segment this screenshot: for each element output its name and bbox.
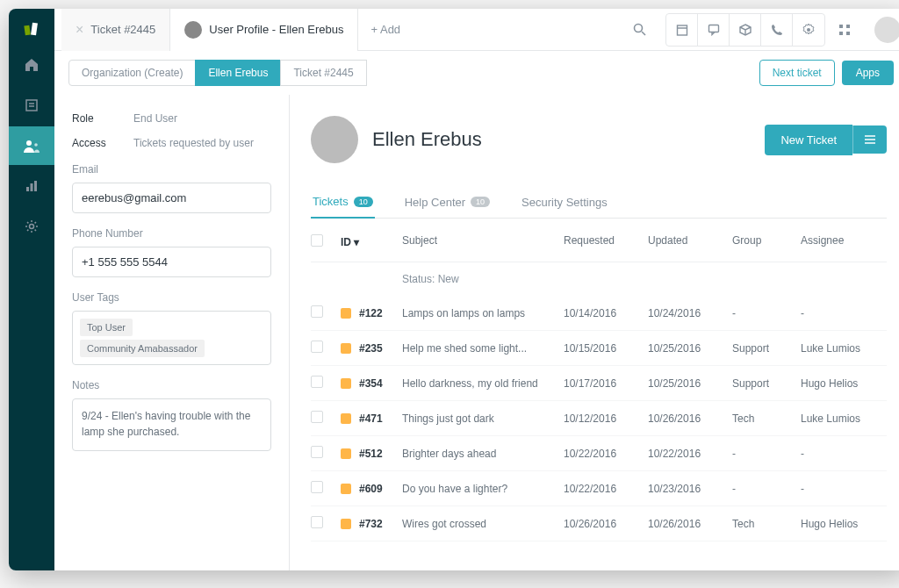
col-group[interactable]: Group (732, 234, 801, 249)
svg-rect-0 (24, 25, 30, 36)
ticket-status-icon (341, 308, 351, 319)
chat-icon[interactable] (698, 14, 730, 46)
ticket-status-icon (341, 343, 351, 354)
ticket-status-icon (341, 448, 351, 459)
col-updated[interactable]: Updated (648, 234, 732, 249)
ticket-group: Tech (732, 412, 801, 425)
phone-field[interactable] (72, 247, 271, 277)
tab-ticket[interactable]: × Ticket #2445 (61, 9, 170, 51)
ticket-group: - (732, 448, 801, 460)
gear-icon[interactable] (793, 14, 824, 46)
col-id[interactable]: ID ▾ (341, 234, 402, 249)
role-value: End User (133, 112, 271, 125)
tab-security[interactable]: Security Settings (520, 186, 609, 218)
nav-home[interactable] (9, 46, 54, 84)
ticket-requested: 10/22/2016 (564, 483, 648, 495)
breadcrumb-user[interactable]: Ellen Erebus (195, 60, 281, 86)
tags-label: User Tags (72, 291, 271, 304)
ticket-subject: Brighter days ahead (402, 448, 564, 460)
ticket-id: #235 (359, 342, 383, 355)
ticket-subject: Hello darkness, my old friend (402, 377, 564, 390)
ticket-updated: 10/26/2016 (648, 518, 732, 530)
ticket-subject: Wires got crossed (402, 518, 564, 530)
current-user-avatar[interactable] (874, 17, 899, 43)
ticket-subject: Do you have a lighter? (402, 483, 564, 495)
nav-reporting[interactable] (9, 167, 54, 205)
select-all-checkbox[interactable] (311, 234, 323, 247)
apps-button[interactable]: Apps (842, 61, 894, 85)
col-subject[interactable]: Subject (402, 234, 564, 249)
notes-field[interactable]: 9/24 - Ellen's having trouble with the l… (72, 398, 271, 451)
ticket-row[interactable]: #732Wires got crossed10/26/201610/26/201… (311, 506, 887, 541)
email-field[interactable] (72, 183, 271, 213)
add-tab-button[interactable]: + Add (358, 23, 413, 36)
status-group-label: Status: New (311, 262, 887, 296)
col-assignee[interactable]: Assignee (801, 234, 887, 249)
ticket-updated: 10/23/2016 (648, 483, 732, 495)
profile-name: Ellen Erebus (372, 128, 482, 151)
breadcrumb-bar: Organization (Create) Ellen Erebus Ticke… (54, 51, 899, 95)
svg-rect-2 (26, 100, 37, 111)
phone-icon[interactable] (761, 14, 793, 46)
new-ticket-menu-button[interactable] (852, 125, 887, 154)
svg-rect-7 (26, 187, 29, 191)
user-tag[interactable]: Top User (80, 319, 133, 336)
ticket-row[interactable]: #512Brighter days ahead10/22/201610/22/2… (311, 436, 887, 471)
svg-point-10 (30, 225, 34, 229)
content-tabs: Tickets 10 Help Center 10 Security Setti… (311, 186, 887, 219)
svg-rect-13 (677, 25, 687, 35)
breadcrumb-ticket[interactable]: Ticket #2445 (280, 60, 366, 86)
close-icon[interactable]: × (76, 23, 83, 37)
access-value: Tickets requested by user (133, 137, 271, 149)
ticket-row[interactable]: #609Do you have a lighter?10/22/201610/2… (311, 471, 887, 506)
profile-avatar (311, 116, 358, 163)
user-tag[interactable]: Community Amabassador (80, 340, 205, 357)
ticket-updated: 10/25/2016 (648, 342, 732, 355)
row-checkbox[interactable] (311, 341, 323, 353)
svg-point-5 (26, 140, 32, 146)
row-checkbox[interactable] (311, 305, 323, 318)
row-checkbox[interactable] (311, 376, 323, 388)
ticket-assignee: - (801, 307, 887, 319)
tags-input[interactable]: Top User Community Amabassador (72, 311, 271, 365)
row-checkbox[interactable] (311, 516, 323, 528)
nav-views[interactable] (9, 86, 54, 125)
ticket-status-icon (341, 484, 351, 494)
row-checkbox[interactable] (311, 446, 323, 458)
row-checkbox[interactable] (311, 481, 323, 493)
table-header: ID ▾ Subject Requested Updated Group Ass… (311, 219, 887, 262)
col-requested[interactable]: Requested (564, 234, 648, 249)
ticket-id: #609 (359, 483, 383, 495)
ticket-id: #471 (359, 412, 383, 425)
tab-tickets[interactable]: Tickets 10 (311, 186, 375, 219)
ticket-id: #354 (359, 377, 383, 390)
search-icon[interactable] (623, 14, 655, 46)
svg-rect-20 (846, 32, 850, 35)
ticket-row[interactable]: #354Hello darkness, my old friend10/17/2… (311, 366, 887, 401)
ticket-row[interactable]: #471Things just got dark10/12/201610/26/… (311, 401, 887, 436)
tickets-count-badge: 10 (354, 197, 373, 207)
notes-label: Notes (72, 379, 271, 391)
apps-grid-icon[interactable] (829, 14, 860, 46)
phone-label: Phone Number (72, 227, 271, 240)
nav-customers[interactable] (9, 126, 54, 165)
calendar-icon[interactable] (666, 14, 698, 46)
nav-admin[interactable] (9, 207, 54, 246)
tab-label: Ticket #2445 (90, 23, 155, 36)
email-label: Email (72, 163, 271, 176)
ticket-assignee: Hugo Helios (801, 377, 887, 390)
ticket-row[interactable]: #235Help me shed some light...10/15/2016… (311, 331, 887, 366)
ticket-id: #732 (359, 518, 383, 530)
tab-user-profile[interactable]: User Profile - Ellen Erebus (170, 9, 358, 51)
row-checkbox[interactable] (311, 411, 323, 423)
tab-help-center[interactable]: Help Center 10 (403, 186, 492, 218)
new-ticket-button[interactable]: New Ticket (765, 125, 852, 155)
ticket-id: #512 (359, 448, 383, 460)
svg-point-11 (634, 25, 642, 32)
next-ticket-button[interactable]: Next ticket (759, 60, 835, 86)
tab-label: User Profile - Ellen Erebus (209, 23, 343, 36)
svg-rect-17 (839, 25, 843, 28)
ticket-row[interactable]: #122Lamps on lamps on lamps10/14/201610/… (311, 296, 887, 331)
breadcrumb-org[interactable]: Organization (Create) (68, 60, 196, 86)
box-icon[interactable] (730, 14, 761, 46)
